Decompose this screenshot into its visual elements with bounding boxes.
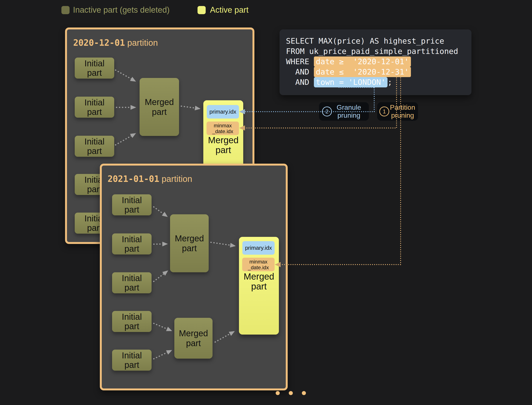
legend-active-swatch — [197, 6, 206, 14]
sql-line-from: FROM uk_price_paid_simple_partitioned — [286, 46, 471, 56]
p1-initial-part-1: Initial part — [75, 58, 114, 79]
sql-query-box: SELECT MAX(price) AS highest_price FROM … — [280, 29, 471, 95]
p2-initial-part-1: Initial part — [112, 194, 152, 215]
p1-primary-idx-chip: primary.idx — [207, 105, 239, 119]
partition-2-title: 2021-01-01 partition — [106, 170, 192, 184]
p2-merged-part-1-label: Merged part — [173, 233, 205, 253]
p2-primary-idx-label: primary.idx — [245, 245, 272, 251]
p2-merged-part-2: Merged part — [174, 318, 213, 359]
granule-line1: Granule — [332, 103, 366, 111]
p1-primary-idx-label: primary.idx — [209, 108, 236, 115]
p1-initial-part-2-label: Initial part — [81, 98, 108, 117]
circled-1-icon: 1 — [379, 107, 389, 116]
sql-and-date-le-highlight: date ≤ '2020-12-31' — [314, 67, 411, 77]
partition-2-date: 2021-01-01 — [108, 174, 159, 184]
partition-1-date: 2020-12-01 — [73, 38, 125, 48]
granule-pruning-label: 2 Granule pruning — [319, 102, 369, 121]
partition-pruning-label: 1 Partition pruning — [377, 102, 418, 121]
p1-initial-part-2: Initial part — [75, 97, 114, 118]
sql-town-london-highlight: town = 'LONDON' — [314, 77, 388, 88]
p2-initial-part-2: Initial part — [112, 233, 152, 255]
partition-pruning-text: Partition pruning — [389, 103, 416, 119]
sql-where-date-ge-highlight: date ≥ '2020-12-01' — [314, 56, 411, 67]
p2-initial-part-4-label: Initial part — [118, 312, 146, 331]
sql-where-keyword: WHERE — [286, 57, 314, 66]
sql-from-text: FROM uk_price_paid_simple_partitioned — [286, 47, 458, 56]
p1-active-merged-label-text: Merged part — [206, 135, 241, 155]
legend-inactive-swatch — [61, 6, 70, 14]
p2-minmax-line2: _date.idx — [248, 264, 269, 270]
partition-1-title: 2020-12-01 partition — [71, 34, 158, 48]
p2-initial-part-3: Initial part — [112, 272, 152, 293]
p1-active-merged-label: Merged part — [203, 135, 243, 155]
carousel-dot-1[interactable] — [276, 391, 280, 395]
p2-active-merged-part: primary.idx minmax _date.idx Merged part — [239, 237, 279, 335]
partition-1-suffix: partition — [125, 38, 158, 47]
carousel-dot-2[interactable] — [289, 391, 293, 395]
granule-pruning-text: Granule pruning — [332, 103, 366, 119]
p2-primary-idx-chip: primary.idx — [242, 241, 275, 255]
p1-minmax-line2: _date.idx — [212, 128, 233, 134]
p2-initial-part-2-label: Initial part — [118, 235, 146, 253]
partition-line2: pruning — [389, 111, 416, 119]
p2-active-merged-label-text: Merged part — [242, 272, 276, 291]
p1-merged-part: Merged part — [140, 78, 179, 136]
partition-2-suffix: partition — [159, 174, 192, 184]
p1-minmax-date-idx-chip: minmax _date.idx — [207, 122, 239, 135]
p2-initial-part-3-label: Initial part — [118, 273, 146, 292]
sql-and2-keyword: AND — [286, 78, 314, 87]
sql-line-and-1: AND date ≤ '2020-12-31' — [286, 67, 471, 77]
p2-active-merged-label: Merged part — [239, 272, 279, 291]
sql-and1-keyword: AND — [286, 68, 314, 76]
granule-line2: pruning — [332, 111, 366, 119]
p2-minmax-date-idx-chip: minmax _date.idx — [242, 258, 275, 271]
p2-minmax-line1: minmax — [249, 259, 267, 264]
p1-initial-part-3: Initial part — [75, 136, 114, 157]
p2-merged-part-2-label: Merged part — [177, 328, 209, 348]
sql-line-and-2: AND town = 'LONDON'; — [286, 77, 471, 88]
sql-line-select: SELECT MAX(price) AS highest_price — [286, 36, 471, 46]
p1-minmax-line1: minmax — [214, 123, 232, 128]
sql-line-where: WHERE date ≥ '2020-12-01' — [286, 56, 471, 67]
p2-initial-part-5: Initial part — [112, 350, 152, 371]
p2-merged-part-1: Merged part — [170, 214, 209, 272]
p1-initial-part-1-label: Initial part — [81, 59, 108, 78]
sql-semicolon: ; — [388, 78, 392, 87]
p2-initial-part-1-label: Initial part — [118, 196, 146, 214]
p1-initial-part-3-label: Initial part — [81, 137, 108, 156]
legend-inactive-label: Inactive part (gets deleted) — [73, 5, 170, 15]
circled-2-icon: 2 — [322, 107, 332, 116]
sql-select-text: SELECT MAX(price) AS highest_price — [286, 36, 444, 45]
p2-initial-part-5-label: Initial part — [118, 351, 146, 370]
partition-line1: Partition — [389, 103, 416, 111]
p1-merged-part-label: Merged part — [143, 97, 175, 117]
legend-active-label: Active part — [210, 5, 249, 15]
p2-initial-part-4: Initial part — [112, 311, 152, 332]
carousel-dot-3[interactable] — [302, 391, 306, 395]
